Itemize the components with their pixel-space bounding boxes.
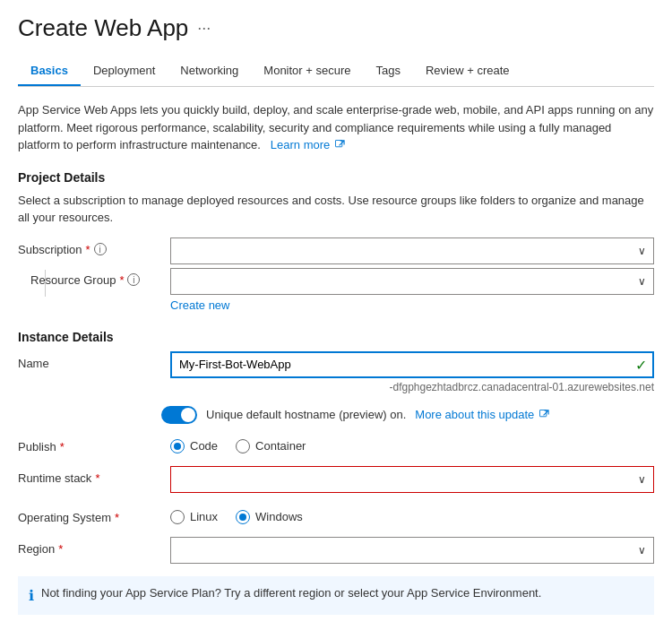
toggle-label: Unique default hostname (preview) on. <box>206 408 406 421</box>
publish-container-label: Container <box>255 439 306 453</box>
header-menu-button[interactable]: ··· <box>197 19 211 38</box>
region-dropdown-arrow: ∨ <box>638 544 646 557</box>
region-label: Region <box>18 542 55 556</box>
external-link-icon <box>335 140 345 150</box>
create-new-link[interactable]: Create new <box>170 298 229 312</box>
region-required: * <box>58 542 63 556</box>
tab-tags[interactable]: Tags <box>364 56 413 86</box>
subscription-label-col: Subscription * i <box>18 237 161 256</box>
project-details-header: Project Details <box>18 170 654 185</box>
region-label-col: Region * <box>18 537 161 556</box>
toggle-row: Unique default hostname (preview) on. Mo… <box>161 406 654 424</box>
page-header: Create Web App ··· <box>18 14 654 42</box>
instance-details-header: Instance Details <box>18 330 654 344</box>
subscription-dropdown[interactable]: ∨ <box>170 237 654 264</box>
name-check-icon: ✓ <box>635 356 647 373</box>
publish-radio-group: Code Container <box>170 435 654 453</box>
hostname-toggle[interactable] <box>161 406 197 424</box>
subscription-info-icon[interactable]: i <box>94 243 107 255</box>
vertical-connector <box>45 270 46 297</box>
resource-group-dropdown-arrow: ∨ <box>638 275 646 288</box>
runtime-dropdown[interactable]: ∨ <box>170 466 654 493</box>
os-label-col: Operating System * <box>18 505 161 524</box>
name-input-wrap: ✓ <box>170 351 654 378</box>
page-title: Create Web App <box>18 14 188 42</box>
os-windows-radio[interactable] <box>236 510 250 524</box>
project-details-description: Select a subscription to manage deployed… <box>18 192 654 227</box>
resource-group-row: Resource Group * i ∨ Create new <box>18 268 654 312</box>
publish-label-col: Publish * <box>18 435 161 453</box>
os-row: Operating System * Linux Windows <box>18 505 654 524</box>
name-label-col: Name <box>18 351 161 370</box>
region-control-wrap: ∨ <box>170 537 654 564</box>
runtime-label-col: Runtime stack * <box>18 466 161 485</box>
tab-networking[interactable]: Networking <box>168 56 251 86</box>
publish-required: * <box>60 440 65 453</box>
tab-bar: Basics Deployment Networking Monitor + s… <box>18 56 654 87</box>
subscription-dropdown-arrow: ∨ <box>638 245 646 257</box>
toggle-external-icon <box>539 410 549 419</box>
toggle-track <box>161 406 197 424</box>
info-box: ℹ Not finding your App Service Plan? Try… <box>18 576 654 615</box>
region-row: Region * ∨ <box>18 537 654 564</box>
resource-group-label: Resource Group <box>30 273 116 287</box>
domain-suffix: -dfgphgezhtadbrсz.canadacentral-01.azure… <box>170 381 654 393</box>
resource-group-label-col: Resource Group * i <box>18 268 161 287</box>
info-box-icon: ℹ <box>29 586 34 606</box>
os-control-wrap: Linux Windows <box>170 505 654 524</box>
runtime-control-wrap: ∨ <box>170 466 654 493</box>
page-description: App Service Web Apps lets you quickly bu… <box>18 101 654 154</box>
name-row: Name ✓ -dfgphgezhtadbrсz.canadacentral-0… <box>18 351 654 393</box>
runtime-row: Runtime stack * ∨ <box>18 466 654 493</box>
learn-more-link[interactable]: Learn more <box>271 138 345 151</box>
runtime-dropdown-arrow: ∨ <box>638 473 646 486</box>
resource-group-required: * <box>119 273 124 287</box>
resource-group-control-wrap: ∨ Create new <box>170 268 654 312</box>
publish-container-radio[interactable] <box>236 439 250 453</box>
os-label: Operating System <box>18 511 111 524</box>
resource-group-info-icon[interactable]: i <box>127 273 140 286</box>
os-windows-option[interactable]: Windows <box>236 510 303 524</box>
toggle-thumb <box>181 408 195 422</box>
os-radio-group: Linux Windows <box>170 505 654 524</box>
subscription-row: Subscription * i ∨ <box>18 237 654 264</box>
toggle-more-link[interactable]: More about this update <box>415 408 549 421</box>
publish-label: Publish <box>18 440 56 453</box>
publish-control-wrap: Code Container <box>170 435 654 453</box>
subscription-label: Subscription <box>18 243 82 256</box>
os-linux-option[interactable]: Linux <box>170 510 218 524</box>
publish-row: Publish * Code Container <box>18 435 654 453</box>
publish-code-radio[interactable] <box>170 439 185 453</box>
region-dropdown[interactable]: ∨ <box>170 537 654 564</box>
subscription-required: * <box>86 243 90 256</box>
name-input[interactable] <box>170 351 654 378</box>
subscription-control-wrap: ∨ <box>170 237 654 264</box>
os-windows-label: Windows <box>255 510 303 523</box>
publish-code-label: Code <box>190 439 218 453</box>
publish-container-option[interactable]: Container <box>236 439 306 453</box>
os-linux-label: Linux <box>190 510 218 523</box>
tab-deployment[interactable]: Deployment <box>81 56 168 86</box>
os-required: * <box>115 511 119 524</box>
os-linux-radio[interactable] <box>170 510 185 524</box>
info-box-text: Not finding your App Service Plan? Try a… <box>41 585 541 601</box>
name-control-wrap: ✓ -dfgphgezhtadbrсz.canadacentral-01.azu… <box>170 351 654 393</box>
publish-code-option[interactable]: Code <box>170 439 218 453</box>
tab-review-create[interactable]: Review + create <box>413 56 522 86</box>
runtime-label: Runtime stack <box>18 471 91 485</box>
tab-monitor-secure[interactable]: Monitor + secure <box>251 56 363 86</box>
name-label: Name <box>18 357 49 370</box>
tab-basics[interactable]: Basics <box>18 56 81 86</box>
resource-group-dropdown[interactable]: ∨ <box>170 268 654 295</box>
runtime-required: * <box>95 471 99 485</box>
